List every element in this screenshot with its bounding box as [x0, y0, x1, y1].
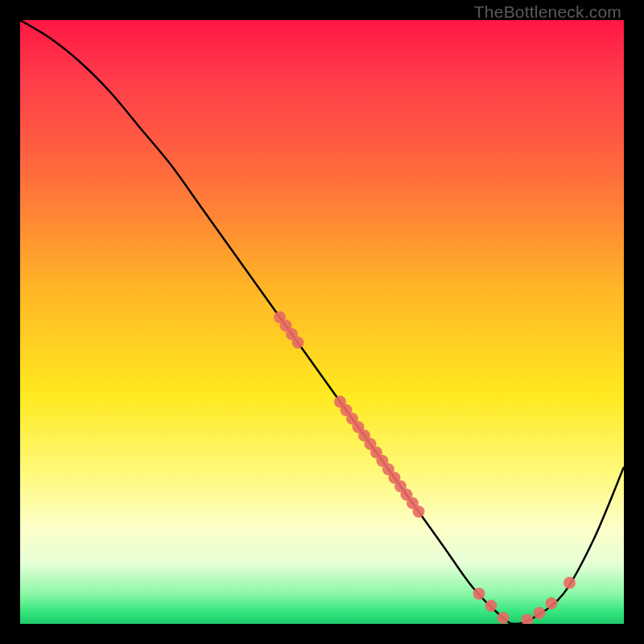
data-point: [564, 577, 576, 589]
data-point: [292, 336, 304, 349]
data-point: [413, 506, 425, 518]
data-point: [546, 597, 558, 609]
data-point: [485, 600, 497, 612]
data-point: [522, 614, 534, 625]
bottleneck-curve: [20, 20, 624, 624]
data-point: [534, 607, 546, 619]
chart-frame: [20, 20, 624, 624]
chart-svg: [20, 20, 624, 624]
watermark-text: TheBottleneck.com: [474, 2, 621, 22]
data-point: [473, 588, 485, 600]
data-point: [497, 612, 510, 624]
